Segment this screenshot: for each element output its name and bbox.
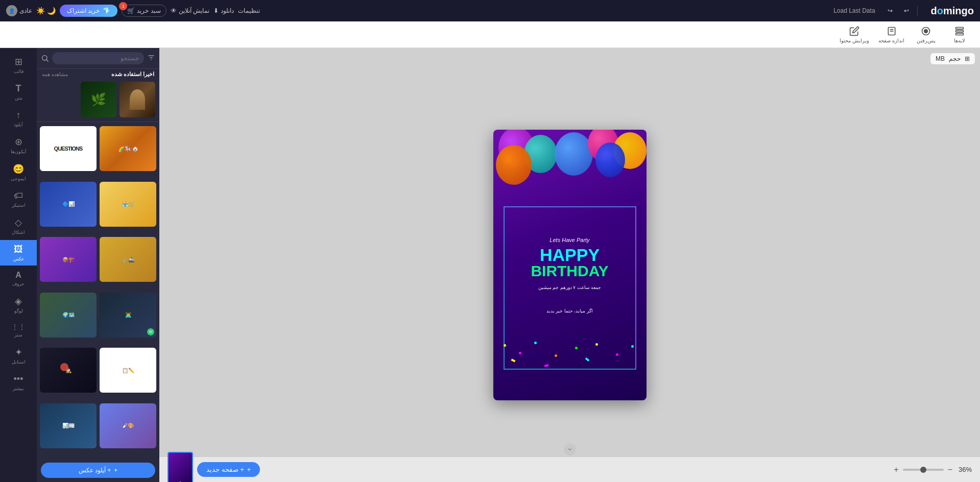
- preview-item[interactable]: نمایش آنلاین 👁: [171, 7, 209, 14]
- size-icon: ⊞: [965, 55, 970, 62]
- sidebar-item-letters[interactable]: A حروف: [0, 267, 37, 291]
- recent-img-2[interactable]: 🌿: [81, 82, 116, 117]
- page-thumb-1[interactable]: 1: [168, 452, 193, 483]
- confetti-rect-1: [511, 358, 515, 362]
- new-page-button[interactable]: + + صفحه جدید: [197, 462, 260, 477]
- person-shape: [130, 89, 145, 110]
- layers-label: لایه‌ها: [954, 38, 965, 43]
- tool-layers[interactable]: لایه‌ها: [947, 26, 972, 43]
- confetti-5: [575, 347, 578, 349]
- template-icon: ⊞: [15, 56, 22, 67]
- shapes-icon: ◇: [15, 217, 22, 228]
- recent-img-1[interactable]: [119, 82, 155, 117]
- grid-img-7: 👨‍💻: [125, 312, 131, 318]
- filter-button[interactable]: [147, 54, 155, 63]
- card-confetti: [493, 339, 647, 380]
- confetti-rect-3: [585, 357, 589, 362]
- sidebar-item-sticker[interactable]: 🏷 استیکر: [0, 186, 37, 212]
- search-input[interactable]: [52, 52, 144, 64]
- grid-item-10[interactable]: 🕵️: [40, 348, 97, 393]
- light-mode-button[interactable]: ☀️: [36, 7, 45, 15]
- eye-icon: 👁: [171, 7, 177, 14]
- cart-label: سبد خرید: [137, 7, 160, 14]
- page-thumb-number: 1: [179, 480, 181, 483]
- cart-button[interactable]: 1 سبد خرید 🛒: [122, 5, 166, 17]
- undo-icon: [921, 26, 931, 36]
- photo-icon: 🖼: [14, 244, 23, 255]
- sidebar-item-shapes[interactable]: ◇ اشکال: [0, 213, 37, 239]
- tool-page-size[interactable]: اندازه صفحه: [878, 26, 904, 43]
- tool-undo[interactable]: پس‌رفتن: [914, 26, 938, 43]
- card-persian1: جمعه ساعت ۷ دورهم جم میشین: [498, 285, 641, 290]
- recently-label: اخیرا استفاده شده: [111, 71, 154, 78]
- grid-item-1[interactable]: 🏠🎠🌈: [100, 126, 156, 171]
- topbar-divider: [917, 6, 918, 16]
- redo-button[interactable]: ↪: [885, 5, 896, 16]
- balloon-darkblue: [595, 142, 625, 177]
- grid-item-8[interactable]: 🗺️🌍: [40, 293, 97, 338]
- cart-icon: 🛒: [127, 7, 135, 14]
- zoom-out-button[interactable]: −: [948, 465, 952, 474]
- sidebar-item-photo[interactable]: 🖼 عکس: [0, 240, 37, 266]
- sidebar-item-icons[interactable]: ⊛ آیکون‌ها: [0, 132, 37, 158]
- new-page-label: + صفحه جدید: [206, 466, 244, 473]
- sidebar-item-text[interactable]: T متن: [0, 79, 37, 105]
- divider: [37, 122, 159, 122]
- dark-mode-button[interactable]: 🌙: [47, 7, 56, 15]
- download-item[interactable]: دانلود ⬇: [213, 7, 234, 14]
- upload-label: + آپلود عکس: [79, 467, 111, 474]
- download-label: دانلود: [221, 7, 234, 14]
- grid-item-4[interactable]: 📊🔷: [40, 182, 97, 227]
- recently-used-row: 🌿: [37, 79, 159, 120]
- logo-label: لوگو: [14, 308, 23, 314]
- settings-item[interactable]: تنظیمات: [238, 7, 260, 14]
- grid-item-11[interactable]: 🎨🖌: [100, 403, 156, 448]
- sidebar-item-logo[interactable]: ◈ لوگو: [0, 292, 37, 318]
- sidebar-item-upload[interactable]: ↑ آپلود: [0, 106, 37, 131]
- sidebar-item-template[interactable]: ⊞ قالب: [0, 52, 37, 78]
- tool-edit-content[interactable]: ویرایش محتوا: [840, 26, 869, 43]
- cart-badge: 1: [119, 2, 127, 10]
- leaf-emoji: 🌿: [91, 92, 106, 107]
- card-birthday: BIRTHDAY: [498, 263, 641, 279]
- main-layout: ⊞ حجم MB: [0, 48, 980, 482]
- user-profile[interactable]: عادی 👤: [6, 5, 32, 16]
- edit-icon: [849, 26, 859, 36]
- theme-toggle: 🌙 ☀️: [36, 7, 56, 15]
- upload-photo-button[interactable]: + + آپلود عکس: [41, 463, 155, 478]
- grid-item-7[interactable]: 👨‍💻 AI: [100, 293, 156, 338]
- template-label: قالب: [14, 69, 23, 74]
- page-thumb-preview: [169, 453, 192, 483]
- chevron-down-button[interactable]: [564, 443, 576, 455]
- sticker-icon: 🏷: [14, 190, 23, 201]
- subscribe-icon: 💎: [103, 7, 110, 14]
- user-avatar: 👤: [6, 5, 17, 16]
- view-all-label[interactable]: مشاهده همه: [42, 71, 68, 77]
- grid-img-6: 🏗️📦: [62, 257, 75, 262]
- sidebar-item-emoji[interactable]: 😊 ایموجی: [0, 159, 37, 185]
- grid-img-9: ✏️📋: [122, 368, 134, 373]
- text-icon: T: [16, 83, 21, 94]
- logo: domingo: [931, 5, 974, 17]
- grid-item-12[interactable]: 📰📊: [40, 403, 97, 448]
- edit-content-label: ویرایش محتوا: [840, 38, 869, 43]
- photo-label: عکس: [13, 256, 24, 261]
- zoom-slider[interactable]: [903, 469, 944, 471]
- sidebar-item-more[interactable]: ••• بیشتر: [0, 370, 37, 395]
- grid-item-9[interactable]: ✏️📋: [100, 348, 156, 393]
- letters-icon: A: [15, 271, 21, 280]
- ai-badge: AI: [147, 328, 154, 335]
- subscribe-button[interactable]: 💎 خرید اشتراک: [60, 5, 117, 17]
- undo-button[interactable]: ↩: [901, 5, 912, 16]
- grid-item-5[interactable]: 🚢⚓: [100, 237, 156, 282]
- topbar: domingo ↩ ↪ Load Last Data تنظیمات دانلو…: [0, 0, 980, 21]
- confetti-rect-2: [544, 364, 548, 367]
- grid-item-3[interactable]: 🛒🏪: [100, 182, 156, 227]
- grid-item-6[interactable]: 🏗️📦: [40, 237, 97, 282]
- sidebar-item-style[interactable]: ✦ استایل: [0, 343, 37, 369]
- style-icon: ✦: [15, 347, 22, 358]
- grid-item-2[interactable]: QUESTIONS: [40, 126, 97, 171]
- sidebar-item-satr[interactable]: ⋮⋮ ستر: [0, 319, 37, 342]
- style-label: استایل: [12, 359, 26, 365]
- zoom-in-button[interactable]: +: [894, 465, 898, 474]
